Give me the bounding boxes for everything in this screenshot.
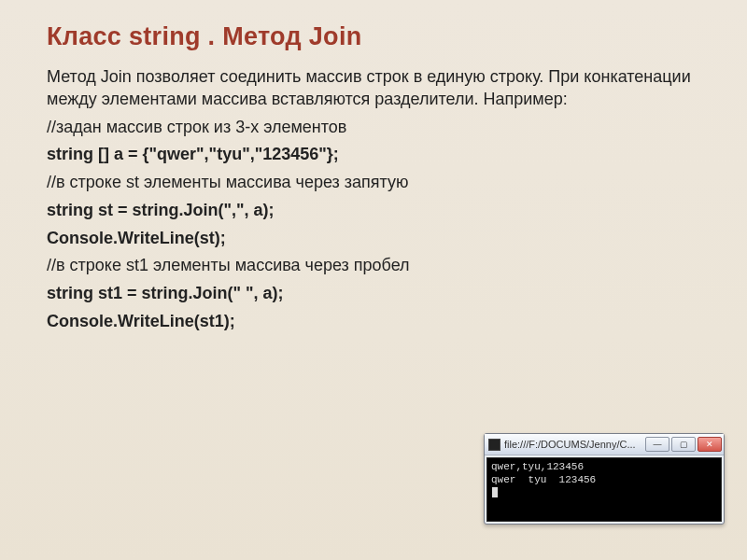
maximize-button[interactable]: ▢ <box>671 437 696 452</box>
slide: Класс string . Метод Join Метод Join поз… <box>0 0 747 560</box>
code-line: string [] a = {"qwer","tyu","123456"}; <box>47 144 710 166</box>
code-line: Console.WriteLine(st); <box>47 228 710 250</box>
code-line: string st = string.Join(",", a); <box>47 200 710 222</box>
terminal-output: qwer,tyu,123456 qwer tyu 123456 <box>486 457 722 522</box>
console-window: file:///F:/DOCUMS/Jenny/C... — ▢ ✕ qwer,… <box>484 433 725 525</box>
window-titlebar: file:///F:/DOCUMS/Jenny/C... — ▢ ✕ <box>485 434 724 455</box>
close-button[interactable]: ✕ <box>698 437 722 452</box>
app-icon <box>488 439 500 451</box>
slide-title: Класс string . Метод Join <box>47 22 710 51</box>
terminal-text: qwer,tyu,123456 qwer tyu 123456 <box>491 461 596 485</box>
terminal-cursor-icon <box>492 487 498 497</box>
code-line: //в строке st1 элементы массива через пр… <box>47 255 710 277</box>
code-line: //задан массив строк из 3-х элементов <box>47 117 710 139</box>
minimize-button[interactable]: — <box>645 437 669 452</box>
window-buttons: — ▢ ✕ <box>645 437 722 452</box>
code-line: Console.WriteLine(st1); <box>47 311 710 333</box>
code-line: string st1 = string.Join(" ", a); <box>47 283 710 305</box>
code-line: //в строке st элементы массива через зап… <box>47 172 710 194</box>
intro-paragraph: Метод Join позволяет соединить массив ст… <box>47 66 710 111</box>
window-title: file:///F:/DOCUMS/Jenny/C... <box>504 439 645 450</box>
slide-body: Метод Join позволяет соединить массив ст… <box>47 66 710 333</box>
